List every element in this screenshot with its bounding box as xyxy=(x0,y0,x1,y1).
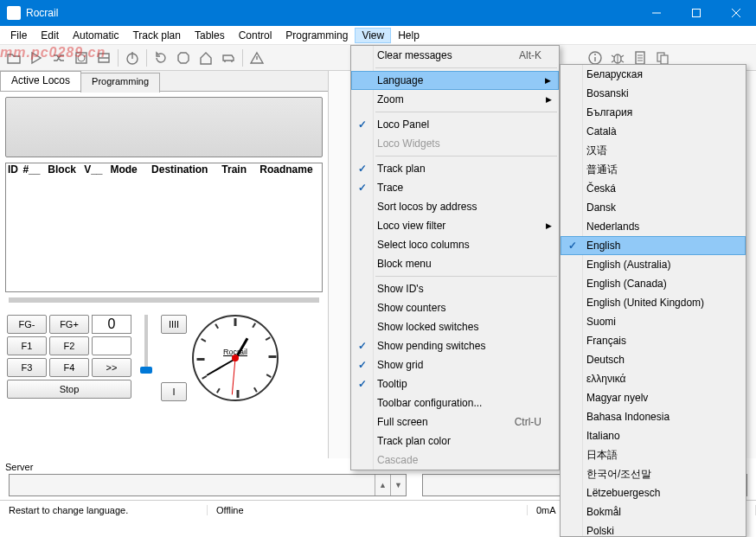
power-icon[interactable] xyxy=(122,48,143,68)
titlebar: Rocrail xyxy=(0,0,756,26)
menu-control[interactable]: Control xyxy=(232,28,279,43)
f4-button[interactable]: F4 xyxy=(49,358,89,377)
menu-item-select-loco-columns[interactable]: Select loco columns xyxy=(351,235,559,254)
lang-option[interactable]: Italiano xyxy=(561,426,746,445)
menu-item-loco-panel[interactable]: ✓Loco Panel xyxy=(351,115,559,134)
lang-option[interactable]: Deutsch xyxy=(561,350,746,369)
menu-file[interactable]: File xyxy=(3,28,34,43)
window-title: Rocrail xyxy=(26,7,637,19)
lang-option[interactable]: Lëtzebuergesch xyxy=(561,483,746,502)
lang-option[interactable]: 日本語 xyxy=(561,445,746,464)
loco-icon[interactable] xyxy=(218,48,239,68)
menu-view[interactable]: View xyxy=(355,28,391,43)
menu-item-sort-locos-by-address[interactable]: Sort locos by address xyxy=(351,197,559,216)
lang-option[interactable]: Suomi xyxy=(561,312,746,331)
stop-icon[interactable] xyxy=(173,48,194,68)
lang-option[interactable]: Беларуская xyxy=(561,65,746,84)
go-icon[interactable] xyxy=(26,48,47,68)
lang-option[interactable]: Nederlands xyxy=(561,217,746,236)
lang-option[interactable]: 普通话 xyxy=(561,160,746,179)
column-header[interactable]: ID xyxy=(6,163,20,176)
column-header[interactable]: Block xyxy=(43,163,81,176)
lang-option[interactable]: Bahasa Indonesia xyxy=(561,407,746,426)
stop-button[interactable]: Stop xyxy=(7,380,131,399)
slider-min-button[interactable]: I xyxy=(161,382,187,401)
forward-button[interactable]: >> xyxy=(92,358,131,377)
schedule-icon[interactable] xyxy=(71,48,92,68)
lang-option[interactable]: Dansk xyxy=(561,198,746,217)
menu-item-show-locked-switches[interactable]: Show locked switches xyxy=(351,317,559,336)
close-button[interactable] xyxy=(716,0,756,26)
tab-programming[interactable]: Programming xyxy=(80,73,160,93)
menu-item-track-plan[interactable]: ✓Track plan xyxy=(351,159,559,178)
speed-slider[interactable] xyxy=(137,315,156,374)
random-icon[interactable] xyxy=(48,48,69,68)
lang-option[interactable]: 한국어/조선말 xyxy=(561,464,746,483)
lang-option[interactable]: English (United Kingdom) xyxy=(561,293,746,312)
menu-item-show-counters[interactable]: Show counters xyxy=(351,298,559,317)
menu-programming[interactable]: Programming xyxy=(279,28,355,43)
lang-option[interactable]: English (Canada) xyxy=(561,274,746,293)
warn-icon[interactable] xyxy=(247,48,267,68)
tab-active-locos[interactable]: Active Locos xyxy=(0,71,81,91)
fg-plus-button[interactable]: FG+ xyxy=(49,315,89,334)
menu-item-show-pending-switches[interactable]: ✓Show pending switches xyxy=(351,336,559,355)
server-log-left[interactable]: ▲▼ xyxy=(9,474,407,496)
menu-help[interactable]: Help xyxy=(391,28,426,43)
check-icon: ✓ xyxy=(358,163,367,175)
lang-option[interactable]: ελληνικά xyxy=(561,369,746,388)
menu-item-show-grid[interactable]: ✓Show grid xyxy=(351,355,559,374)
column-header[interactable]: Destination xyxy=(142,163,217,176)
menu-item-toolbar-configuration-[interactable]: Toolbar configuration... xyxy=(351,393,559,412)
column-header[interactable]: Roadname xyxy=(251,163,322,176)
status-message: Restart to change language. xyxy=(0,505,208,515)
home-icon[interactable] xyxy=(195,48,216,68)
minimize-button[interactable] xyxy=(637,0,676,26)
menu-item-zoom[interactable]: Zoom▶ xyxy=(351,90,559,109)
menu-item-language[interactable]: Language▶ xyxy=(351,71,559,90)
menu-item-trace[interactable]: ✓Trace xyxy=(351,178,559,197)
lang-option[interactable]: Polski xyxy=(561,521,746,537)
blank-button[interactable] xyxy=(92,336,131,355)
maximize-button[interactable] xyxy=(676,0,716,26)
column-header[interactable]: V__ xyxy=(81,163,106,176)
menu-item-loco-view-filter[interactable]: Loco view filter▶ xyxy=(351,216,559,235)
lang-option[interactable]: Bosanski xyxy=(561,84,746,103)
virtual-icon[interactable] xyxy=(93,48,114,68)
column-header[interactable]: #__ xyxy=(20,163,43,176)
f3-button[interactable]: F3 xyxy=(7,358,47,377)
lang-option[interactable]: Бългаρия xyxy=(561,103,746,122)
f1-button[interactable]: F1 xyxy=(7,336,47,355)
column-header[interactable]: Mode xyxy=(106,163,142,176)
lang-option[interactable]: ✓English xyxy=(561,236,746,255)
column-header[interactable]: Train xyxy=(217,163,250,176)
status-connection: Offline xyxy=(208,505,528,515)
view-menu-dropdown: Clear messagesAlt-KLanguage▶Zoom▶✓Loco P… xyxy=(350,45,560,470)
loco-table[interactable]: ID#__BlockV__ModeDestinationTrainRoadnam… xyxy=(5,163,323,292)
f2-button[interactable]: F2 xyxy=(49,336,89,355)
check-icon: ✓ xyxy=(358,378,367,390)
menu-item-full-screen[interactable]: Full screenCtrl-U xyxy=(351,412,559,432)
fg-minus-button[interactable]: FG- xyxy=(7,315,47,334)
menu-item-block-menu[interactable]: Block menu xyxy=(351,254,559,273)
slider-max-button[interactable]: IIII xyxy=(161,315,187,334)
lang-option[interactable]: Français xyxy=(561,331,746,350)
open-icon[interactable] xyxy=(3,48,24,68)
menu-item-track-plan-color[interactable]: Track plan color xyxy=(351,432,559,451)
lang-option[interactable]: Català xyxy=(561,122,746,141)
menu-item-show-id-s[interactable]: Show ID's xyxy=(351,279,559,298)
lang-option[interactable]: Magyar nyelv xyxy=(561,388,746,407)
lang-option[interactable]: English (Australia) xyxy=(561,255,746,274)
menu-item-tooltip[interactable]: ✓Tooltip xyxy=(351,374,559,393)
chevron-right-icon: ▶ xyxy=(546,95,552,104)
lang-option[interactable]: Česká xyxy=(561,179,746,198)
menu-edit[interactable]: Edit xyxy=(34,28,66,43)
lang-option[interactable]: Bokmål xyxy=(561,502,746,521)
lang-option[interactable]: 汉语 xyxy=(561,141,746,160)
reset-icon[interactable] xyxy=(151,48,171,68)
menu-automatic[interactable]: Automatic xyxy=(66,28,125,43)
horizontal-slider[interactable] xyxy=(9,297,319,303)
menu-item-clear-messages[interactable]: Clear messagesAlt-K xyxy=(351,46,559,65)
menu-tables[interactable]: Tables xyxy=(188,28,232,43)
menu-track-plan[interactable]: Track plan xyxy=(125,28,188,43)
